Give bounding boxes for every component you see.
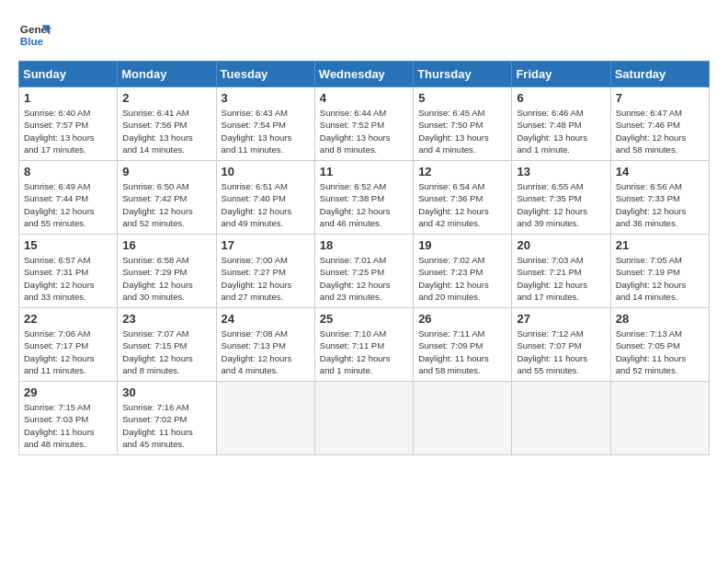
calendar-cell: 29Sunrise: 7:15 AM Sunset: 7:03 PM Dayli… [19,382,118,455]
calendar-cell: 5Sunrise: 6:45 AM Sunset: 7:50 PM Daylig… [414,87,512,161]
day-number: 26 [418,312,506,326]
day-info: Sunrise: 7:02 AM Sunset: 7:23 PM Dayligh… [418,254,506,303]
day-number: 8 [24,165,112,178]
day-number: 15 [24,238,112,252]
calendar-week-row: 1Sunrise: 6:40 AM Sunset: 7:57 PM Daylig… [19,87,710,161]
col-header-wednesday: Wednesday [314,62,413,87]
calendar-cell: 27Sunrise: 7:12 AM Sunset: 7:07 PM Dayli… [512,308,610,382]
day-info: Sunrise: 7:12 AM Sunset: 7:07 PM Dayligh… [517,327,605,376]
day-number: 14 [616,165,704,178]
calendar-cell: 3Sunrise: 6:43 AM Sunset: 7:54 PM Daylig… [216,87,314,161]
svg-text:Blue: Blue [20,35,44,47]
day-number: 20 [517,238,605,252]
calendar-cell: 16Sunrise: 6:58 AM Sunset: 7:29 PM Dayli… [118,235,216,308]
day-info: Sunrise: 7:16 AM Sunset: 7:02 PM Dayligh… [122,401,210,450]
calendar-cell: 17Sunrise: 7:00 AM Sunset: 7:27 PM Dayli… [216,235,314,308]
calendar-cell: 21Sunrise: 7:05 AM Sunset: 7:19 PM Dayli… [610,235,709,308]
calendar-cell: 7Sunrise: 6:47 AM Sunset: 7:46 PM Daylig… [610,87,709,161]
day-number: 24 [222,312,310,326]
calendar-cell: 12Sunrise: 6:54 AM Sunset: 7:36 PM Dayli… [414,161,512,235]
day-info: Sunrise: 6:40 AM Sunset: 7:57 PM Dayligh… [24,107,112,155]
day-number: 17 [222,238,310,252]
calendar-cell: 9Sunrise: 6:50 AM Sunset: 7:42 PM Daylig… [118,161,216,235]
calendar-cell: 30Sunrise: 7:16 AM Sunset: 7:02 PM Dayli… [118,382,216,455]
day-number: 4 [320,91,408,105]
day-info: Sunrise: 6:55 AM Sunset: 7:35 PM Dayligh… [517,180,605,229]
day-info: Sunrise: 6:47 AM Sunset: 7:46 PM Dayligh… [616,107,704,155]
day-info: Sunrise: 7:10 AM Sunset: 7:11 PM Dayligh… [320,327,408,376]
day-info: Sunrise: 6:49 AM Sunset: 7:44 PM Dayligh… [24,180,112,229]
day-info: Sunrise: 7:05 AM Sunset: 7:19 PM Dayligh… [616,254,704,303]
calendar-cell: 2Sunrise: 6:41 AM Sunset: 7:56 PM Daylig… [118,87,216,161]
calendar-week-row: 15Sunrise: 6:57 AM Sunset: 7:31 PM Dayli… [19,235,710,308]
calendar-cell: 20Sunrise: 7:03 AM Sunset: 7:21 PM Dayli… [512,235,610,308]
day-number: 6 [517,91,605,105]
calendar-week-row: 29Sunrise: 7:15 AM Sunset: 7:03 PM Dayli… [19,382,710,455]
day-number: 16 [122,238,210,252]
calendar-cell: 19Sunrise: 7:02 AM Sunset: 7:23 PM Dayli… [414,235,512,308]
day-info: Sunrise: 7:11 AM Sunset: 7:09 PM Dayligh… [418,327,506,376]
day-number: 23 [122,312,210,326]
calendar-cell [216,382,314,455]
day-info: Sunrise: 6:56 AM Sunset: 7:33 PM Dayligh… [616,180,704,229]
col-header-thursday: Thursday [414,62,512,87]
col-header-friday: Friday [512,62,610,87]
day-number: 12 [418,165,506,178]
day-info: Sunrise: 6:58 AM Sunset: 7:29 PM Dayligh… [122,254,210,303]
calendar-cell: 22Sunrise: 7:06 AM Sunset: 7:17 PM Dayli… [19,308,118,382]
day-number: 22 [24,312,112,326]
day-number: 29 [24,385,112,399]
day-info: Sunrise: 7:01 AM Sunset: 7:25 PM Dayligh… [320,254,408,303]
calendar-cell: 25Sunrise: 7:10 AM Sunset: 7:11 PM Dayli… [314,308,413,382]
day-info: Sunrise: 6:41 AM Sunset: 7:56 PM Dayligh… [122,107,210,155]
calendar-cell: 4Sunrise: 6:44 AM Sunset: 7:52 PM Daylig… [314,87,413,161]
day-info: Sunrise: 6:44 AM Sunset: 7:52 PM Dayligh… [320,107,408,155]
calendar-table: SundayMondayTuesdayWednesdayThursdayFrid… [18,61,710,455]
calendar-cell: 24Sunrise: 7:08 AM Sunset: 7:13 PM Dayli… [216,308,314,382]
day-info: Sunrise: 6:51 AM Sunset: 7:40 PM Dayligh… [222,180,310,229]
day-number: 9 [122,165,210,178]
calendar-cell [610,382,709,455]
calendar-header-row: SundayMondayTuesdayWednesdayThursdayFrid… [19,62,710,87]
day-number: 27 [517,312,605,326]
calendar-cell: 13Sunrise: 6:55 AM Sunset: 7:35 PM Dayli… [512,161,610,235]
col-header-tuesday: Tuesday [216,62,314,87]
day-info: Sunrise: 6:46 AM Sunset: 7:48 PM Dayligh… [517,107,605,155]
calendar-cell: 18Sunrise: 7:01 AM Sunset: 7:25 PM Dayli… [314,235,413,308]
calendar-week-row: 8Sunrise: 6:49 AM Sunset: 7:44 PM Daylig… [19,161,710,235]
calendar-cell: 10Sunrise: 6:51 AM Sunset: 7:40 PM Dayli… [216,161,314,235]
day-info: Sunrise: 6:54 AM Sunset: 7:36 PM Dayligh… [418,180,506,229]
calendar-cell: 11Sunrise: 6:52 AM Sunset: 7:38 PM Dayli… [314,161,413,235]
logo: General Blue [18,18,51,52]
day-number: 21 [616,238,704,252]
day-info: Sunrise: 7:08 AM Sunset: 7:13 PM Dayligh… [222,327,310,376]
header: General Blue [18,18,710,52]
day-info: Sunrise: 7:13 AM Sunset: 7:05 PM Dayligh… [616,327,704,376]
day-number: 3 [222,91,310,105]
calendar-cell: 15Sunrise: 6:57 AM Sunset: 7:31 PM Dayli… [19,235,118,308]
day-number: 28 [616,312,704,326]
col-header-saturday: Saturday [610,62,709,87]
calendar-cell: 8Sunrise: 6:49 AM Sunset: 7:44 PM Daylig… [19,161,118,235]
day-info: Sunrise: 7:06 AM Sunset: 7:17 PM Dayligh… [24,327,112,376]
day-number: 25 [320,312,408,326]
logo-icon: General Blue [18,18,51,52]
day-number: 18 [320,238,408,252]
day-number: 7 [616,91,704,105]
day-info: Sunrise: 7:00 AM Sunset: 7:27 PM Dayligh… [222,254,310,303]
calendar-cell: 6Sunrise: 6:46 AM Sunset: 7:48 PM Daylig… [512,87,610,161]
day-info: Sunrise: 6:43 AM Sunset: 7:54 PM Dayligh… [222,107,310,155]
calendar-cell [414,382,512,455]
calendar-cell [512,382,610,455]
day-info: Sunrise: 6:52 AM Sunset: 7:38 PM Dayligh… [320,180,408,229]
day-number: 10 [222,165,310,178]
day-number: 2 [122,91,210,105]
calendar-week-row: 22Sunrise: 7:06 AM Sunset: 7:17 PM Dayli… [19,308,710,382]
day-number: 5 [418,91,506,105]
day-info: Sunrise: 7:15 AM Sunset: 7:03 PM Dayligh… [24,401,112,450]
calendar-cell: 23Sunrise: 7:07 AM Sunset: 7:15 PM Dayli… [118,308,216,382]
calendar-cell: 14Sunrise: 6:56 AM Sunset: 7:33 PM Dayli… [610,161,709,235]
day-info: Sunrise: 6:57 AM Sunset: 7:31 PM Dayligh… [24,254,112,303]
day-number: 19 [418,238,506,252]
calendar-cell: 28Sunrise: 7:13 AM Sunset: 7:05 PM Dayli… [610,308,709,382]
